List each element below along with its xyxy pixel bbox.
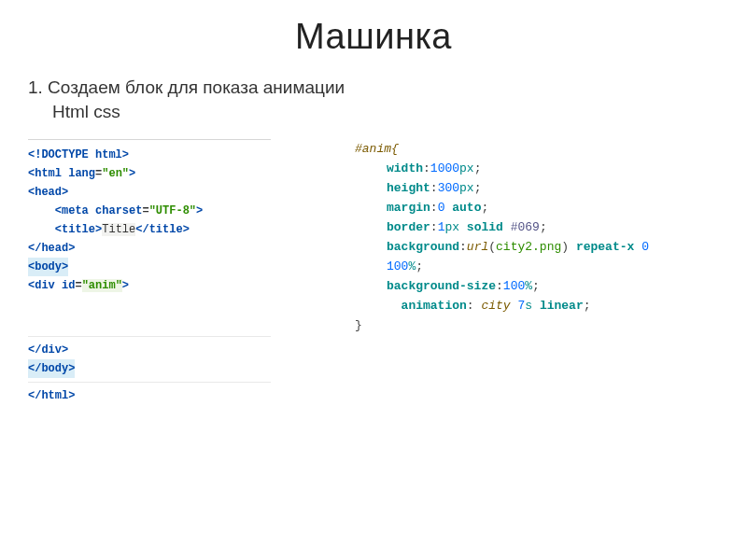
code-line: <meta charset="UTF-8"> bbox=[28, 202, 271, 220]
code-line: <body> bbox=[28, 258, 271, 276]
subtitle-line-1: 1. Создаем блок для показа анимации bbox=[28, 77, 747, 98]
code-line: </head> bbox=[28, 239, 271, 258]
code-line: </body> bbox=[28, 359, 271, 378]
code-line: } bbox=[355, 315, 691, 335]
code-line: #anim{ bbox=[355, 139, 691, 159]
code-line: <!DOCTYPE html> bbox=[28, 146, 271, 164]
subtitle-line-2: Html css bbox=[52, 102, 747, 122]
css-code-panel: #anim{ width:1000px; height:300px; margi… bbox=[355, 139, 691, 405]
slide-subtitle: 1. Создаем блок для показа анимации Html… bbox=[28, 77, 747, 122]
code-line: <html lang="en"> bbox=[28, 164, 271, 183]
code-line: width:1000px; bbox=[355, 159, 691, 178]
slide-title: Машинка bbox=[0, 17, 747, 57]
code-line: background-size:100%; bbox=[355, 276, 691, 296]
code-line: <div id="anim"> bbox=[28, 276, 271, 295]
code-line: margin:0 auto; bbox=[355, 198, 691, 217]
code-line: </div> bbox=[28, 341, 271, 359]
code-line: animation: city 7s linear; bbox=[355, 296, 691, 315]
code-line: <title>Title</title> bbox=[28, 220, 271, 239]
code-line: <head> bbox=[28, 183, 271, 202]
code-line: </html> bbox=[28, 386, 271, 405]
code-line: border:1px solid #069; bbox=[355, 217, 691, 237]
code-line: height:300px; bbox=[355, 178, 691, 198]
code-line: background:url(city2.png) repeat-x 0 100… bbox=[355, 237, 691, 276]
html-code-panel: <!DOCTYPE html> <html lang="en"> <head> … bbox=[28, 139, 271, 405]
